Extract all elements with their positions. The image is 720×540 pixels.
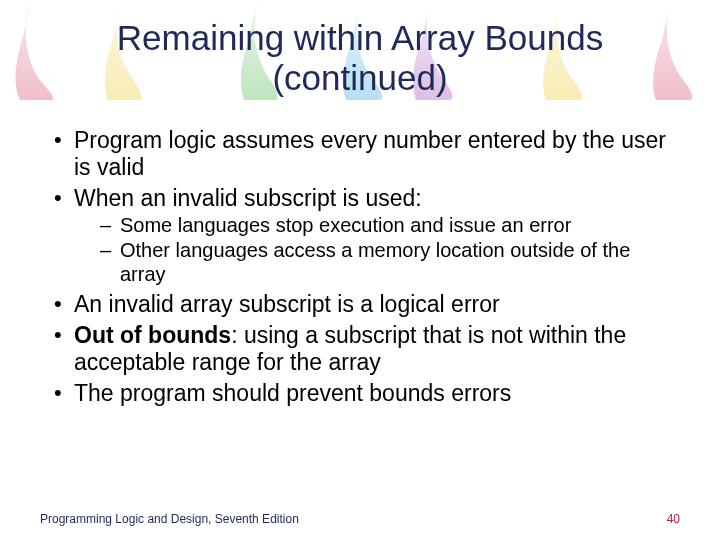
bold-term: Out of bounds: [74, 322, 231, 348]
bullet-item: The program should prevent bounds errors: [52, 380, 668, 407]
sub-bullet-list: Some languages stop execution and issue …: [100, 214, 668, 287]
bullet-list: Program logic assumes every number enter…: [52, 127, 668, 408]
bullet-item: Program logic assumes every number enter…: [52, 127, 668, 181]
bullet-text: When an invalid subscript is used:: [74, 185, 422, 211]
title-line-2: (continued): [272, 58, 447, 97]
sub-bullet-item: Other languages access a memory location…: [100, 239, 668, 286]
bullet-item: An invalid array subscript is a logical …: [52, 291, 668, 318]
slide-title: Remaining within Array Bounds (continued…: [52, 18, 668, 99]
footer-book-title: Programming Logic and Design, Seventh Ed…: [40, 512, 299, 526]
footer-page-number: 40: [667, 512, 680, 526]
bullet-item: When an invalid subscript is used: Some …: [52, 185, 668, 287]
title-line-1: Remaining within Array Bounds: [117, 18, 603, 57]
slide-footer: Programming Logic and Design, Seventh Ed…: [40, 512, 680, 526]
bullet-item: Out of bounds: using a subscript that is…: [52, 322, 668, 376]
slide-content: Remaining within Array Bounds (continued…: [0, 0, 720, 407]
sub-bullet-item: Some languages stop execution and issue …: [100, 214, 668, 238]
